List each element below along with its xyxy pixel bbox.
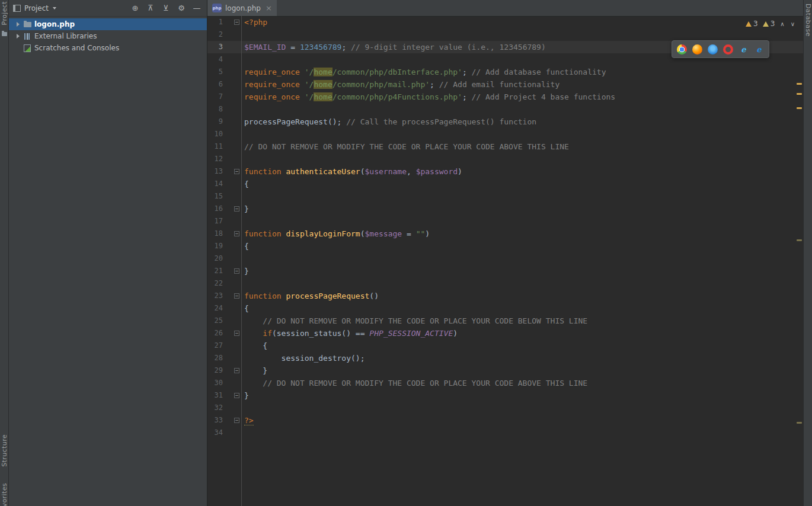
error-stripe-mark[interactable] <box>797 239 802 241</box>
chevron-right-icon[interactable] <box>13 22 23 27</box>
close-tab-icon[interactable]: × <box>266 4 272 12</box>
code-line-30[interactable]: 30 // DO NOT REMOVE OR MODIFY THE CODE O… <box>207 377 804 389</box>
code-line-6[interactable]: 6require_once '/home/common/php/mail.php… <box>207 78 804 91</box>
code-line-10[interactable]: 10 <box>207 128 804 140</box>
settings-gear-icon[interactable]: ⚙ <box>175 2 188 14</box>
tool-window-button-database[interactable]: Database <box>804 4 812 37</box>
fold-marker-icon[interactable]: − <box>234 368 239 373</box>
code-line-28[interactable]: 28 session_destroy(); <box>207 352 804 364</box>
opera-browser-icon[interactable] <box>723 44 733 55</box>
code-text <box>241 427 244 439</box>
tool-window-button-favorites[interactable]: Favorites <box>1 483 8 506</box>
tree-row-logon-php[interactable]: logon.php <box>8 18 207 30</box>
fold-marker-icon[interactable]: − <box>234 293 239 299</box>
code-line-13[interactable]: 13−function authenticateUser($username, … <box>207 165 804 178</box>
left-tool-stripe: Project Structure Favorites <box>0 0 9 506</box>
weak-warnings-indicator[interactable]: 3 <box>763 20 775 28</box>
fold-marker-icon[interactable]: − <box>234 169 239 174</box>
project-header-title[interactable]: Project <box>24 4 49 12</box>
code-line-2[interactable]: 2 <box>207 28 804 41</box>
code-line-17[interactable]: 17 <box>207 215 804 228</box>
code-line-27[interactable]: 27 { <box>207 340 804 352</box>
code-text <box>241 128 244 140</box>
code-line-7[interactable]: 7require_once '/home/common/php/p4Functi… <box>207 91 804 103</box>
line-number: 18 <box>207 228 223 240</box>
gutter: 24 <box>207 302 241 315</box>
code-line-25[interactable]: 25 // DO NOT REMOVE OR MODIFY THE CODE O… <box>207 315 804 327</box>
gutter: 27 <box>207 340 241 352</box>
tree-row-external-libraries[interactable]: External Libraries <box>8 30 207 42</box>
firefox-browser-icon[interactable] <box>692 44 702 55</box>
gutter: 19 <box>207 240 241 252</box>
gutter: 17 <box>207 215 241 228</box>
editor-tab-logon-php[interactable]: php logon.php × <box>207 0 277 16</box>
fold-marker-icon[interactable]: − <box>234 393 239 398</box>
code-text <box>241 252 244 265</box>
code-line-29[interactable]: 29− } <box>207 364 804 377</box>
code-line-24[interactable]: 24{ <box>207 302 804 315</box>
line-number: 30 <box>207 377 223 389</box>
code-text: $EMAIL_ID = 123456789; // 9-digit intege… <box>241 41 546 53</box>
code-area[interactable]: 1−<?php23$EMAIL_ID = 123456789; // 9-dig… <box>207 16 804 506</box>
tool-window-button-structure[interactable]: Structure <box>1 434 8 467</box>
code-line-21[interactable]: 21−} <box>207 265 804 277</box>
hide-panel-icon[interactable]: — <box>190 2 203 14</box>
chevron-right-icon[interactable] <box>13 34 23 39</box>
gutter: 32 <box>207 402 241 414</box>
fold-marker-icon[interactable]: − <box>234 268 239 274</box>
tree-item-label: Scratches and Consoles <box>34 44 119 52</box>
code-line-15[interactable]: 15 <box>207 190 804 203</box>
code-line-23[interactable]: 23−function processPageRequest() <box>207 290 804 302</box>
edge-browser-icon[interactable]: e <box>754 44 764 55</box>
code-line-26[interactable]: 26− if(session_status() == PHP_SESSION_A… <box>207 327 804 340</box>
fold-column: − <box>223 231 241 236</box>
safari-browser-icon[interactable] <box>708 44 718 55</box>
line-number: 1 <box>207 16 223 28</box>
previous-issue-button[interactable]: ∧ <box>779 21 785 27</box>
code-line-34[interactable]: 34 <box>207 427 804 439</box>
warnings-indicator[interactable]: 3 <box>746 20 758 28</box>
code-line-8[interactable]: 8 <box>207 103 804 116</box>
error-stripe-mark[interactable] <box>797 83 802 85</box>
locate-file-icon[interactable]: ⊕ <box>129 2 142 14</box>
fold-marker-icon[interactable]: − <box>234 418 239 423</box>
fold-marker-icon[interactable]: − <box>234 206 239 212</box>
code-line-20[interactable]: 20 <box>207 252 804 265</box>
line-number: 2 <box>207 28 223 41</box>
code-line-33[interactable]: 33−?> <box>207 414 804 427</box>
line-number: 23 <box>207 290 223 302</box>
fold-marker-icon[interactable]: − <box>234 20 239 25</box>
error-stripe-mark[interactable] <box>797 422 802 424</box>
gutter: 30 <box>207 377 241 389</box>
library-icon <box>23 31 32 41</box>
tool-window-button-project[interactable]: Project <box>1 1 8 25</box>
code-line-22[interactable]: 22 <box>207 277 804 290</box>
error-stripe-mark[interactable] <box>797 93 802 95</box>
code-line-12[interactable]: 12 <box>207 153 804 165</box>
tree-row-scratches-and-consoles[interactable]: Scratches and Consoles <box>8 42 207 54</box>
error-stripe-mark[interactable] <box>797 107 802 109</box>
ie-browser-icon[interactable]: e <box>739 44 749 55</box>
code-line-18[interactable]: 18−function displayLoginForm($message = … <box>207 228 804 240</box>
code-line-11[interactable]: 11// DO NOT REMOVE OR MODIFY THE CODE OR… <box>207 140 804 153</box>
expand-all-icon[interactable]: ⊼ <box>144 2 157 14</box>
chevron-down-icon[interactable] <box>53 7 56 9</box>
code-line-31[interactable]: 31−} <box>207 389 804 402</box>
code-line-9[interactable]: 9processPageRequest(); // Call the proce… <box>207 116 804 128</box>
chrome-browser-icon[interactable] <box>677 44 687 55</box>
gutter: 18− <box>207 228 241 240</box>
fold-marker-icon[interactable]: − <box>234 231 239 236</box>
fold-marker-icon[interactable]: − <box>234 331 239 336</box>
code-line-5[interactable]: 5require_once '/home/common/php/dbInterf… <box>207 66 804 78</box>
code-line-19[interactable]: 19{ <box>207 240 804 252</box>
code-line-32[interactable]: 32 <box>207 402 804 414</box>
code-line-16[interactable]: 16−} <box>207 203 804 215</box>
next-issue-button[interactable]: ∨ <box>790 21 795 27</box>
code-line-14[interactable]: 14{ <box>207 178 804 190</box>
folder-icon[interactable] <box>2 32 7 36</box>
code-line-1[interactable]: 1−<?php <box>207 16 804 28</box>
code-text: { <box>241 178 249 190</box>
code-text: if(session_status() == PHP_SESSION_ACTIV… <box>241 327 458 340</box>
collapse-all-icon[interactable]: ⊻ <box>159 2 172 14</box>
fold-column: − <box>223 368 241 373</box>
